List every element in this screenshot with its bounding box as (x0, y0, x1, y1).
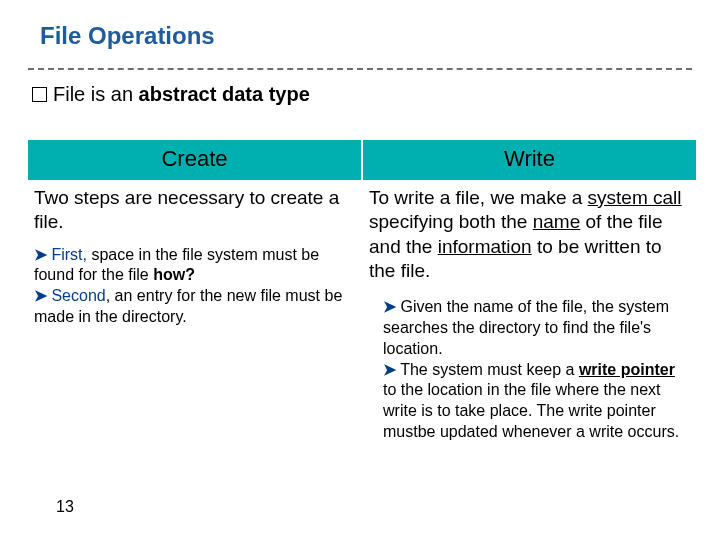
slide-title: File Operations (40, 22, 215, 50)
intro-isan: is an (85, 83, 138, 105)
write-para: To write a file, we make a system call s… (369, 186, 688, 283)
content-table: Create Write Two steps are necessary to … (28, 140, 696, 443)
kw-first: First, (47, 246, 87, 263)
create-para: Two steps are necessary to create a file… (34, 186, 353, 235)
header-row: Create Write (28, 140, 696, 180)
arrow-icon: ➤ (34, 287, 47, 304)
w-lead: To write a file, we make a (369, 187, 588, 208)
arrow-icon: ➤ (383, 298, 396, 315)
w-name: name (533, 211, 581, 232)
divider-line (28, 68, 692, 70)
slide: File Operations File is an abstract data… (0, 0, 720, 540)
arrow-icon: ➤ (34, 246, 47, 263)
intro-file: File (53, 83, 85, 105)
page-number: 13 (56, 498, 74, 516)
header-write: Write (363, 140, 696, 180)
header-create: Create (28, 140, 363, 180)
body-row: Two steps are necessary to create a file… (28, 180, 696, 443)
arrow-icon: ➤ (383, 361, 396, 378)
w-mid: specifying both the (369, 211, 533, 232)
create-bullets: ➤ First, space in the file system must b… (34, 245, 353, 328)
w-s1: Given the name of the file, the system s… (383, 298, 669, 357)
intro-line: File is an abstract data type (32, 82, 310, 106)
w-s2b: to the location in the file where the ne… (383, 381, 679, 440)
kw-second: Second (47, 287, 106, 304)
w-syscall: system call (588, 187, 682, 208)
cell-create: Two steps are necessary to create a file… (28, 180, 363, 443)
kw-how: how? (153, 266, 195, 283)
w-wp: write pointer (579, 361, 675, 378)
w-s2a: The system must keep a (396, 361, 579, 378)
w-info: information (438, 236, 532, 257)
write-sublist: ➤ Given the name of the file, the system… (369, 297, 688, 443)
intro-adt: abstract data type (139, 83, 310, 105)
checkbox-icon (32, 87, 47, 102)
cell-write: To write a file, we make a system call s… (363, 180, 696, 443)
